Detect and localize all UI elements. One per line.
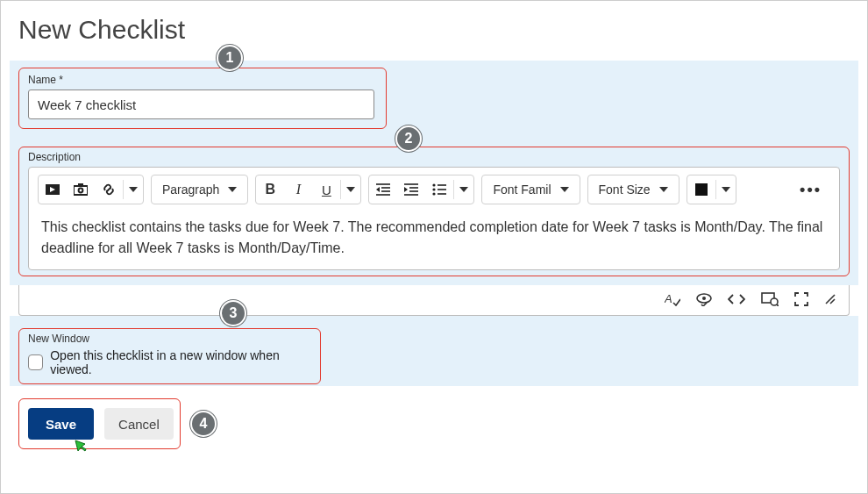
svg-point-3 bbox=[79, 189, 83, 193]
actions-section: Save Cancel bbox=[18, 398, 181, 449]
toolbar-media-group bbox=[38, 175, 144, 204]
color-swatch-icon bbox=[695, 183, 708, 196]
svg-rect-2 bbox=[74, 186, 88, 195]
font-size-select[interactable]: Font Size bbox=[587, 175, 679, 204]
svg-line-33 bbox=[777, 304, 779, 306]
accessibility-checker-button[interactable] bbox=[696, 292, 712, 306]
svg-marker-24 bbox=[459, 187, 468, 192]
callout-2: 2 bbox=[395, 125, 422, 152]
italic-button[interactable]: I bbox=[284, 175, 312, 204]
rich-text-editor: Paragraph B I U bbox=[28, 167, 840, 270]
new-window-heading: New Window bbox=[28, 333, 311, 345]
font-family-label: Font Famil bbox=[493, 183, 551, 197]
svg-marker-26 bbox=[659, 187, 668, 192]
svg-marker-7 bbox=[346, 187, 355, 192]
name-label: Name * bbox=[28, 74, 377, 86]
chevron-down-icon bbox=[659, 187, 668, 192]
svg-marker-12 bbox=[376, 187, 380, 192]
svg-point-19 bbox=[433, 188, 436, 190]
bold-button[interactable]: B bbox=[256, 175, 284, 204]
insert-image-button[interactable] bbox=[67, 175, 95, 204]
svg-point-18 bbox=[433, 183, 436, 186]
description-section: Description bbox=[18, 147, 850, 276]
svg-text:A: A bbox=[665, 292, 672, 305]
editor-content[interactable]: This checklist contains the tasks due fo… bbox=[29, 211, 839, 269]
cancel-button[interactable]: Cancel bbox=[104, 408, 174, 440]
spellcheck-button[interactable]: A bbox=[665, 292, 680, 306]
insert-media-button[interactable] bbox=[39, 175, 67, 204]
svg-point-30 bbox=[702, 297, 706, 300]
svg-line-34 bbox=[826, 295, 835, 304]
new-window-band: 3 New Window Open this checklist in a ne… bbox=[10, 316, 858, 386]
new-window-checkbox[interactable] bbox=[28, 354, 43, 370]
svg-rect-4 bbox=[78, 183, 83, 187]
callout-3: 3 bbox=[220, 300, 246, 326]
font-family-select[interactable]: Font Famil bbox=[481, 175, 580, 204]
svg-marker-25 bbox=[560, 187, 569, 192]
indent-button[interactable] bbox=[397, 175, 425, 204]
toolbar-color-group bbox=[687, 175, 736, 204]
outdent-button[interactable] bbox=[369, 175, 397, 204]
resize-handle[interactable] bbox=[824, 293, 836, 305]
svg-line-35 bbox=[830, 299, 835, 304]
name-input[interactable] bbox=[28, 89, 374, 119]
chevron-down-icon bbox=[560, 187, 569, 192]
chevron-down-icon bbox=[228, 187, 237, 192]
name-section: Name * bbox=[18, 68, 387, 129]
callout-1: 1 bbox=[217, 45, 243, 71]
bullet-list-button[interactable] bbox=[425, 175, 453, 204]
list-dropdown-button[interactable] bbox=[454, 175, 473, 204]
callout-4: 4 bbox=[190, 411, 217, 437]
toolbar-more-button[interactable]: ••• bbox=[791, 181, 830, 199]
editor-toolbar: Paragraph B I U bbox=[29, 168, 839, 211]
page-root: New Checklist 1 Name * 2 Description bbox=[0, 0, 868, 494]
paragraph-style-select[interactable]: Paragraph bbox=[151, 175, 248, 204]
page-title: New Checklist bbox=[18, 15, 850, 45]
new-window-checkbox-label: Open this checklist in a new window when… bbox=[50, 348, 311, 376]
description-label: Description bbox=[28, 151, 840, 163]
color-dropdown-button[interactable] bbox=[716, 175, 736, 204]
svg-marker-5 bbox=[129, 187, 138, 192]
html-source-button[interactable] bbox=[728, 293, 745, 305]
preview-button[interactable] bbox=[761, 292, 779, 306]
svg-point-32 bbox=[771, 298, 778, 305]
fullscreen-button[interactable] bbox=[794, 292, 808, 306]
toolbar-list-group bbox=[368, 175, 474, 204]
text-color-button[interactable] bbox=[687, 175, 715, 204]
format-dropdown-button[interactable] bbox=[341, 175, 360, 204]
name-section-band: 1 Name * bbox=[10, 61, 858, 138]
paragraph-style-label: Paragraph bbox=[162, 183, 219, 197]
underline-button[interactable]: U bbox=[312, 175, 340, 204]
toolbar-format-group: B I U bbox=[255, 175, 361, 204]
svg-point-20 bbox=[433, 192, 436, 195]
font-size-label: Font Size bbox=[599, 183, 651, 197]
new-window-section: New Window Open this checklist in a new … bbox=[18, 328, 321, 384]
media-dropdown-button[interactable] bbox=[124, 175, 143, 204]
description-section-band: 2 Description bbox=[10, 138, 858, 285]
svg-marker-27 bbox=[722, 187, 730, 192]
new-window-checkbox-row[interactable]: Open this checklist in a new window when… bbox=[28, 348, 311, 376]
editor-footer-frame: A bbox=[18, 285, 850, 316]
save-button[interactable]: Save bbox=[28, 408, 94, 440]
actions-wrapper: Save Cancel 4 bbox=[18, 398, 850, 449]
svg-marker-6 bbox=[228, 187, 237, 192]
insert-link-button[interactable] bbox=[95, 175, 123, 204]
svg-marker-17 bbox=[404, 187, 408, 192]
editor-footer: A bbox=[19, 285, 849, 315]
